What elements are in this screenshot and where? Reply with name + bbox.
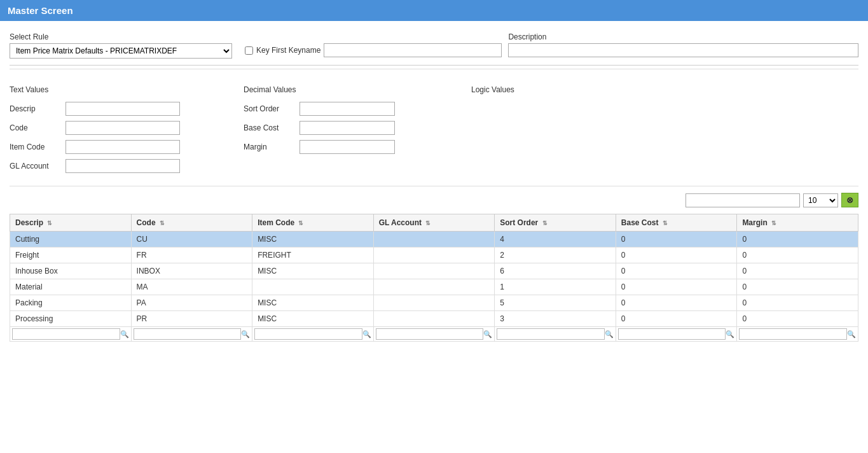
table-cell: Packing xyxy=(10,295,132,311)
sort-arrows-sort-order: ⇅ xyxy=(542,220,548,226)
gl-account-input[interactable] xyxy=(65,159,180,173)
title-bar: Master Screen xyxy=(0,0,868,21)
filter-icon-descrip: 🔍 xyxy=(120,330,129,338)
table-cell: 0 xyxy=(616,263,737,279)
keyname-input[interactable]: PRICEMATRIXDEF xyxy=(324,43,502,57)
table-cell: Freight xyxy=(10,247,132,263)
table-row[interactable]: ProcessingPRMISC300 xyxy=(10,311,858,327)
table-cell: 0 xyxy=(737,263,858,279)
table-cell: 3 xyxy=(495,311,616,327)
descrip-label: Descrip xyxy=(10,104,60,113)
filter-icon-base-cost: 🔍 xyxy=(726,330,734,338)
table-cell: 0 xyxy=(616,295,737,311)
table-row[interactable]: Inhouse BoxINBOXMISC600 xyxy=(10,263,858,279)
table-cell: PR xyxy=(131,311,252,327)
table-cell: INBOX xyxy=(131,263,252,279)
sort-arrows-descrip: ⇅ xyxy=(47,220,52,226)
item-code-input[interactable]: MISC xyxy=(65,140,180,154)
table-row[interactable]: MaterialMA100 xyxy=(10,279,858,295)
table-toolbar: 10 25 50 100 ⊗ xyxy=(10,190,858,211)
descrip-input[interactable]: Cutting xyxy=(65,102,180,116)
filter-margin[interactable] xyxy=(739,328,847,340)
table-cell: 1 xyxy=(495,279,616,295)
table-cell: MA xyxy=(131,279,252,295)
base-cost-label: Base Cost xyxy=(244,123,294,132)
table-cell: 0 xyxy=(737,247,858,263)
code-input[interactable]: CU xyxy=(65,121,180,135)
description-label: Description xyxy=(508,32,858,41)
col-header-base-cost[interactable]: Base Cost ⇅ xyxy=(616,214,737,232)
page-size-select[interactable]: 10 25 50 100 xyxy=(803,193,838,207)
filter-gl-account[interactable] xyxy=(376,328,484,340)
table-search-input[interactable] xyxy=(685,193,800,207)
table-cell: Cutting xyxy=(10,232,132,247)
table-cell: Material xyxy=(10,279,132,295)
table-cell xyxy=(373,279,495,295)
table-cell xyxy=(373,263,495,279)
col-header-item-code[interactable]: Item Code ⇅ xyxy=(252,214,374,232)
col-header-sort-order[interactable]: Sort Order ⇅ xyxy=(495,214,616,232)
select-rule-label: Select Rule xyxy=(10,32,232,41)
table-cell: 6 xyxy=(495,263,616,279)
col-header-gl-account[interactable]: GL Account ⇅ xyxy=(373,214,495,232)
table-cell: 0 xyxy=(616,279,737,295)
filter-sort-order[interactable] xyxy=(497,328,605,340)
table-row[interactable]: FreightFRFREIGHT200 xyxy=(10,247,858,263)
key-first-label: Key First Keyname xyxy=(256,46,320,55)
table-header-row: Descrip ⇅ Code ⇅ Item Code ⇅ GL Account … xyxy=(10,214,858,232)
item-code-label: Item Code xyxy=(10,143,60,151)
table-cell: CU xyxy=(131,232,252,247)
sort-order-input[interactable]: 4 xyxy=(300,102,395,116)
col-header-code[interactable]: Code ⇅ xyxy=(131,214,252,232)
filter-code[interactable] xyxy=(134,328,242,340)
sort-arrows-base-cost: ⇅ xyxy=(663,220,668,226)
table-cell xyxy=(252,279,374,295)
decimal-values-heading: Decimal Values xyxy=(244,85,395,94)
gl-account-label: GL Account xyxy=(10,162,60,171)
table-cell xyxy=(373,247,495,263)
code-label: Code xyxy=(10,123,60,132)
table-cell: 0 xyxy=(737,311,858,327)
table-cell: 4 xyxy=(495,232,616,247)
table-cell xyxy=(373,232,495,247)
filter-descrip[interactable] xyxy=(12,328,120,340)
filter-icon-sort-order: 🔍 xyxy=(605,330,614,338)
margin-label: Margin xyxy=(244,143,294,151)
filter-icon-margin: 🔍 xyxy=(847,330,856,338)
table-cell: MISC xyxy=(252,232,374,247)
table-cell: 0 xyxy=(616,232,737,247)
export-button[interactable]: ⊗ xyxy=(841,193,858,207)
margin-input[interactable]: 0 xyxy=(300,140,395,154)
table-cell: Processing xyxy=(10,311,132,327)
table-row[interactable]: PackingPAMISC500 xyxy=(10,295,858,311)
logic-values-heading: Logic Values xyxy=(471,85,514,94)
select-rule-dropdown[interactable]: Item Price Matrix Defaults - PRICEMATRIX… xyxy=(10,43,232,59)
filter-base-cost[interactable] xyxy=(618,328,726,340)
table-cell: 2 xyxy=(495,247,616,263)
col-header-margin[interactable]: Margin ⇅ xyxy=(737,214,858,232)
sort-arrows-item-code: ⇅ xyxy=(298,220,303,226)
table-cell: FREIGHT xyxy=(252,247,374,263)
col-header-descrip[interactable]: Descrip ⇅ xyxy=(10,214,132,232)
table-cell xyxy=(373,311,495,327)
data-table: Descrip ⇅ Code ⇅ Item Code ⇅ GL Account … xyxy=(10,214,858,342)
description-input[interactable]: Item Price Matrix Defaults xyxy=(508,43,858,57)
filter-item-code[interactable] xyxy=(254,328,362,340)
table-cell: 0 xyxy=(616,247,737,263)
table-cell: 5 xyxy=(495,295,616,311)
table-row[interactable]: CuttingCUMISC400 xyxy=(10,232,858,247)
table-cell: MISC xyxy=(252,263,374,279)
sort-arrows-gl-account: ⇅ xyxy=(425,220,431,226)
table-cell xyxy=(373,295,495,311)
title-text: Master Screen xyxy=(8,5,73,16)
table-cell: MISC xyxy=(252,311,374,327)
base-cost-input[interactable]: 0 xyxy=(300,121,395,135)
filter-icon-item-code: 🔍 xyxy=(362,330,371,338)
table-cell: 0 xyxy=(737,232,858,247)
table-cell: FR xyxy=(131,247,252,263)
table-cell: PA xyxy=(131,295,252,311)
key-first-checkbox[interactable] xyxy=(245,46,253,55)
table-cell: 0 xyxy=(737,295,858,311)
sort-order-label: Sort Order xyxy=(244,104,294,113)
text-values-heading: Text Values xyxy=(10,85,180,94)
